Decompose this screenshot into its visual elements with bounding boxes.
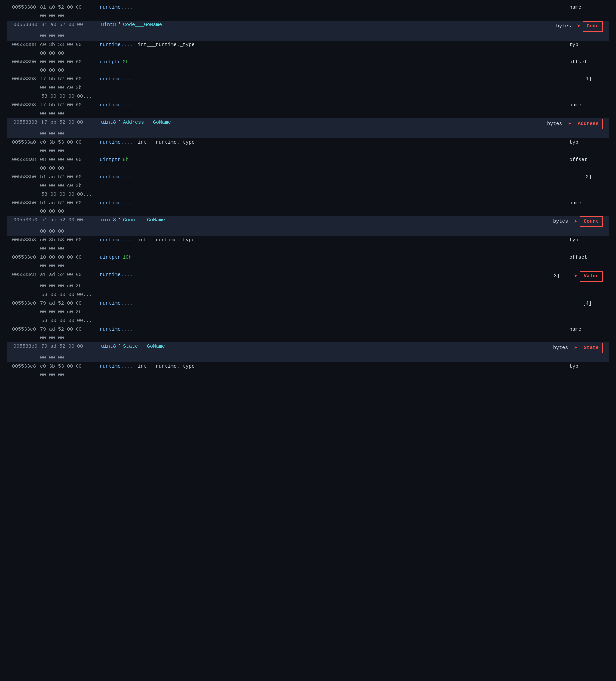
hex-bytes: 00 00 00 00 00 — [40, 58, 100, 66]
hex-bytes: 00 00 00 — [40, 32, 100, 40]
field-bytes: bytes — [545, 120, 565, 128]
hex-bytes: 81 a0 52 00 00 — [41, 21, 101, 29]
table-row: 00553390 00 00 00 00 00 uintptr 0h offse… — [7, 58, 609, 67]
table-row: 00 00 00 — [7, 67, 609, 75]
hex-bytes: 00 00 00 — [40, 228, 100, 236]
address: 005533e0 — [7, 300, 40, 308]
table-row: 00 00 00 — [7, 227, 609, 236]
hex-bytes: 00 00 00 c0 3b — [40, 308, 100, 316]
type-keyword: runtime.... — [100, 326, 135, 333]
hex-bytes: 81 a0 52 00 00 — [40, 4, 100, 11]
type-keyword: uint8 — [101, 217, 118, 224]
hex-bytes: 00 00 00 c0 3b — [40, 84, 100, 92]
annotation: ➤ Value — [574, 271, 603, 282]
go-name: Count___GoName — [123, 217, 167, 224]
type-name: int___runtime._type — [138, 41, 197, 49]
hex-bytes: f7 bb 52 00 00 — [41, 119, 101, 127]
hex-bytes: 00 00 00 — [40, 208, 100, 216]
address: 005533b8 — [7, 236, 40, 245]
table-row: 005533e8 c0 3b 53 00 00 runtime.... int_… — [7, 362, 609, 371]
field-name: name — [563, 4, 603, 11]
arrow-icon: ➤ — [574, 217, 578, 227]
type-keyword: uint8 — [101, 21, 118, 29]
table-row: 00553380 81 a0 52 00 00 uint8 * Code___G… — [7, 21, 609, 32]
table-row: 005533e0 79 ad 52 00 00 uint8 * State___… — [7, 343, 609, 354]
table-row: 005533b0 b1 ac 52 00 00 runtime.... name — [7, 199, 609, 207]
field-name: offset — [563, 156, 603, 164]
hex-bytes: 10 00 00 00 00 — [40, 254, 100, 262]
type-keyword: runtime.... — [100, 4, 135, 11]
hex-bytes: b1 ac 52 00 00 — [40, 173, 100, 181]
table-row: 00 00 00 — [7, 164, 609, 173]
hex-bytes: 00 00 00 — [40, 50, 100, 57]
hex-bytes: 00 00 00 — [40, 334, 100, 342]
field-name: name — [563, 101, 603, 109]
type-ptr: * — [118, 21, 123, 29]
table-row: 00 00 00 — [7, 130, 609, 138]
continuation-bytes: 53 00 00 00 00... — [40, 317, 92, 325]
type-keyword: uintptr — [100, 156, 123, 164]
type-keyword: runtime.... — [100, 41, 138, 49]
green-value: 10h — [123, 254, 134, 262]
table-row: 00 00 00 c0 3b — [7, 282, 609, 291]
hex-bytes: c0 3b 53 00 00 — [40, 363, 100, 371]
field-name: typ — [563, 41, 603, 49]
table-row: 00553398 f7 bb 52 00 00 runtime.... name — [7, 101, 609, 110]
type-ptr: * — [118, 119, 123, 127]
table-row: 00 00 00 c0 3b — [7, 84, 609, 93]
field-name: offset — [563, 254, 603, 262]
hex-bytes: 79 ad 52 00 00 — [41, 343, 101, 351]
address: 00553388 — [7, 41, 40, 49]
hex-bytes: 00 00 00 — [40, 262, 100, 270]
annotation: ➤ Address — [568, 119, 603, 129]
table-row: 005533c8 a1 ad 52 00 00 runtime.... [3] … — [7, 271, 609, 282]
table-row: 53 00 00 00 00... — [7, 291, 609, 299]
hex-bytes: c0 3b 53 00 00 — [40, 138, 100, 147]
address: 005533b0 — [7, 199, 40, 207]
hex-bytes: 08 00 00 00 00 — [40, 156, 100, 164]
type-keyword: uint8 — [101, 119, 118, 127]
hex-bytes: c0 3b 53 00 00 — [40, 236, 100, 245]
field-name: offset — [563, 58, 603, 66]
continuation-bytes: 53 00 00 00 00... — [40, 291, 92, 299]
address: 005533c0 — [7, 254, 40, 262]
annotation: ➤ Code — [577, 21, 603, 32]
table-row: 00 00 00 — [7, 354, 609, 362]
field-bytes: bytes — [551, 218, 571, 226]
type-keyword: runtime.... — [100, 101, 135, 109]
table-row: 005533a0 c0 3b 53 00 00 runtime.... int_… — [7, 138, 609, 147]
green-value: 8h — [123, 156, 131, 164]
type-keyword: runtime.... — [100, 236, 138, 245]
index-label: [2] — [576, 173, 603, 181]
address-label: Address — [574, 119, 603, 129]
hex-bytes: 00 00 00 — [40, 372, 100, 379]
field-name: typ — [563, 363, 603, 371]
address: 00553398 — [7, 75, 40, 83]
table-row: 00553398 f7 bb 52 00 00 uint8 * Address_… — [7, 118, 609, 130]
type-name: int___runtime._type — [138, 138, 197, 147]
address: 005533b0 — [7, 217, 41, 224]
go-name: Code___GoName — [123, 21, 164, 29]
table-row: 00 00 00 c0 3b — [7, 308, 609, 317]
hex-bytes: f7 bb 52 00 00 — [40, 101, 100, 109]
table-row: 00 00 00 — [7, 334, 609, 343]
table-row: 53 00 00 00 00... — [7, 317, 609, 325]
field-bytes: bytes — [551, 344, 571, 352]
state-label: State — [580, 343, 603, 353]
hex-bytes: 79 ad 52 00 00 — [40, 300, 100, 308]
table-row: 00 00 00 — [7, 49, 609, 58]
type-keyword: runtime.... — [100, 173, 135, 181]
hex-bytes: 00 00 00 — [40, 165, 100, 173]
table-row: 005533a8 08 00 00 00 00 uintptr 8h offse… — [7, 156, 609, 164]
hex-bytes: b1 ac 52 00 00 — [40, 199, 100, 207]
type-ptr: * — [118, 343, 123, 351]
table-row: 00553380 81 a0 52 00 00 runtime.... name — [7, 3, 609, 12]
hex-bytes: 00 00 00 — [40, 245, 100, 253]
arrow-icon: ➤ — [568, 119, 572, 129]
go-name: Address___GoName — [123, 119, 173, 127]
type-keyword: uintptr — [100, 58, 123, 66]
green-value: 0h — [123, 58, 131, 66]
type-keyword: runtime.... — [100, 271, 135, 279]
type-keyword: runtime.... — [100, 363, 138, 371]
address: 00553380 — [7, 21, 41, 29]
